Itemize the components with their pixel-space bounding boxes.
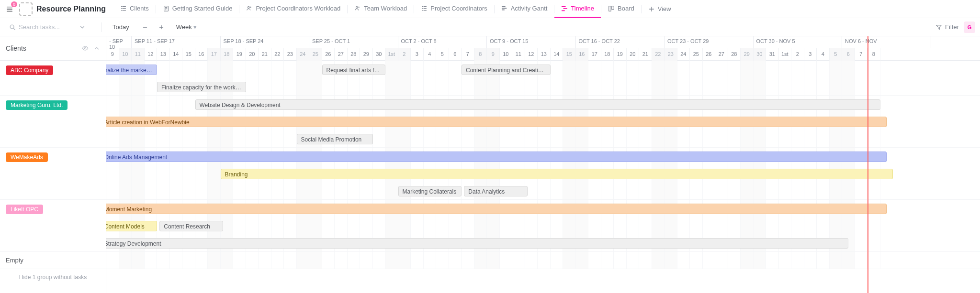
day-header[interactable]: 22 [652,48,665,61]
day-header[interactable]: 13 [157,48,170,61]
task-bar[interactable]: Social Media Promotion [297,134,373,144]
client-pill[interactable]: ABC Company [6,65,53,75]
day-header[interactable]: 29 [360,48,373,61]
day-header[interactable]: 2 [791,48,804,61]
day-header[interactable]: 8 [474,48,487,61]
day-header[interactable]: 17 [208,48,221,61]
today-button[interactable]: Today [108,22,134,33]
client-row[interactable]: ABC Company [0,61,106,96]
day-header[interactable]: 19 [614,48,627,61]
day-header[interactable]: 2 [398,48,411,61]
task-bar[interactable]: Finalize capacity for the workshop [157,82,246,92]
client-pill[interactable]: Marketing Guru, Ltd. [6,100,68,110]
day-header[interactable]: 4 [817,48,830,61]
day-header[interactable]: 30 [754,48,766,61]
day-header[interactable]: 11 [512,48,525,61]
day-header[interactable]: 27 [715,48,728,61]
filter-button[interactable]: Filter [935,23,959,31]
group-by-button[interactable]: G [964,22,975,33]
day-header[interactable]: 14 [170,48,183,61]
task-bar[interactable]: Branding [221,169,893,179]
task-bar[interactable]: Request final arts from... [322,65,386,75]
task-bar[interactable]: nalize the marketin... [106,65,157,75]
day-header[interactable]: 4 [424,48,437,61]
add-view-button[interactable]: View [642,5,678,12]
day-header[interactable]: 10 [119,48,132,61]
collapse-icon[interactable] [93,45,100,52]
view-tab-getting-started-guide[interactable]: Getting Started Guide [156,0,239,18]
day-header[interactable]: 3 [804,48,817,61]
day-header[interactable]: 25 [309,48,322,61]
task-bar[interactable]: Content Research [159,221,223,231]
day-header[interactable]: 23 [665,48,677,61]
day-header[interactable]: 31 [766,48,779,61]
view-tab-team-workload[interactable]: Team Workload [348,0,414,18]
client-row[interactable]: WeMakeAds [0,148,106,200]
day-header[interactable]: 12 [145,48,158,61]
day-header[interactable]: 13 [538,48,551,61]
search-input[interactable] [19,23,76,31]
day-header[interactable]: 29 [741,48,754,61]
view-tab-activity-gantt[interactable]: Activity Gantt [495,0,554,18]
day-header[interactable]: 19 [233,48,246,61]
client-pill[interactable]: LikeIt OPC [6,205,43,214]
day-header[interactable]: 24 [677,48,690,61]
task-bar[interactable]: Content Models [106,221,157,231]
task-bar[interactable]: Moment Marketing [106,204,887,214]
day-header[interactable]: 28 [348,48,360,61]
day-header[interactable]: 26 [703,48,716,61]
day-header[interactable]: 8 [867,48,880,61]
day-header[interactable]: 25 [690,48,703,61]
day-header[interactable]: 16 [576,48,589,61]
task-bar[interactable]: Article creation in WebForNewbie [106,117,887,127]
day-header[interactable]: 28 [728,48,741,61]
day-header[interactable]: 18 [221,48,234,61]
day-header[interactable]: 17 [588,48,601,61]
day-header[interactable]: 9 [487,48,500,61]
day-header[interactable]: 5 [830,48,843,61]
day-header[interactable]: 1st [779,48,792,61]
task-bar[interactable]: Strategy Development [106,238,848,249]
prev-button[interactable] [140,22,150,33]
day-header[interactable]: 5 [436,48,449,61]
search-box[interactable] [5,21,96,33]
day-header[interactable]: 10 [500,48,513,61]
task-bar[interactable]: Content Planning and Creation fo... [462,65,551,75]
gantt-body[interactable]: nalize the marketin...Request final arts… [106,61,980,269]
client-row[interactable]: LikeIt OPC [0,200,106,252]
day-header[interactable]: 15 [563,48,576,61]
day-header[interactable]: 6 [449,48,462,61]
page-title[interactable]: Resource Planning [36,5,106,13]
client-row[interactable]: Marketing Guru, Ltd. [0,96,106,148]
day-header[interactable]: 21 [259,48,271,61]
view-tab-timeline[interactable]: Timeline [554,0,601,18]
day-header[interactable]: 22 [271,48,284,61]
day-header[interactable]: 16 [195,48,208,61]
view-tab-board[interactable]: Board [601,0,641,18]
day-header[interactable]: 30 [373,48,386,61]
day-header[interactable]: 1st [385,48,398,61]
day-header[interactable]: 20 [246,48,259,61]
day-header[interactable]: 26 [322,48,335,61]
day-header[interactable]: 7 [462,48,474,61]
day-header[interactable]: 11 [132,48,145,61]
day-header[interactable]: 12 [525,48,538,61]
day-header[interactable]: 14 [551,48,563,61]
view-tab-project-coordinators[interactable]: Project Coordinators [414,0,494,18]
next-button[interactable] [156,22,167,33]
client-pill[interactable]: WeMakeAds [6,152,48,162]
day-header[interactable]: 15 [182,48,195,61]
day-header[interactable]: 18 [601,48,614,61]
view-tab-clients[interactable]: Clients [113,0,156,18]
day-header[interactable]: 9 [106,48,119,61]
day-header[interactable]: 27 [335,48,348,61]
day-header[interactable]: 21 [639,48,652,61]
day-header[interactable]: 20 [627,48,640,61]
task-bar[interactable]: Marketing Collaterals [398,186,462,196]
menu-toggle[interactable]: 0 [4,3,15,15]
day-header[interactable]: 24 [297,48,310,61]
task-bar[interactable]: Data Analytics [464,186,528,196]
hide-empty-link[interactable]: Hide 1 group without tasks [0,269,106,285]
zoom-level[interactable]: Week ▾ [172,22,201,33]
day-header[interactable]: 23 [284,48,297,61]
